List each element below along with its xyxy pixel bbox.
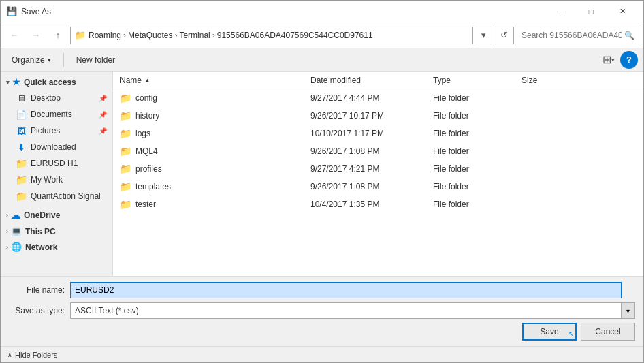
sidebar-section-thispc[interactable]: › 💻 This PC [1, 223, 112, 239]
hide-folders-chevron-icon: ∧ [7, 351, 12, 358]
forward-button: → [27, 26, 46, 45]
pin-icon: 📌 [99, 111, 107, 119]
help-button[interactable]: ? [620, 51, 638, 69]
cursor-indicator: ↖ [568, 330, 574, 338]
sidebar-item-eurusd[interactable]: 📁 EURUSD H1 [1, 155, 112, 172]
thispc-chevron-icon: › [6, 228, 8, 235]
filename-row: File name: ▾ [9, 282, 635, 298]
table-row[interactable]: 📁 logs 10/10/2017 1:17 PM File folder [113, 125, 643, 142]
filename-input[interactable] [70, 282, 622, 298]
file-name-logs: 📁 logs [120, 128, 310, 139]
documents-icon: 📄 [16, 109, 27, 120]
back-button: ← [5, 26, 24, 45]
breadcrumb-roaming[interactable]: 📁 Roaming [75, 30, 121, 40]
sidebar-item-quantaction[interactable]: 📁 QuantAction Signal [1, 188, 112, 204]
sidebar-item-downloaded[interactable]: ⬇ Downloaded [1, 139, 112, 155]
breadcrumb-terminal[interactable]: Terminal [179, 31, 210, 40]
table-row[interactable]: 📁 tester 10/4/2017 1:35 PM File folder [113, 195, 643, 213]
toolbar-separator [63, 53, 64, 67]
column-name[interactable]: Name ▲ [120, 76, 310, 85]
filetype-dropdown-arrow[interactable]: ▾ [622, 302, 635, 319]
filetype-label: Save as type: [9, 306, 70, 315]
sidebar-section-quick-access[interactable]: ▾ ★ Quick access [1, 74, 112, 90]
sidebar-item-mywork[interactable]: 📁 My Work [1, 172, 112, 188]
filetype-select[interactable]: ASCII Text (*.csv) [75, 303, 617, 318]
view-chevron-icon: ▾ [611, 57, 615, 63]
folder-icon-history: 📁 [120, 110, 131, 121]
table-row[interactable]: 📁 templates 9/26/2017 1:08 PM File folde… [113, 178, 643, 195]
eurusd-folder-icon: 📁 [16, 158, 27, 169]
address-bar: ← → ↑ 📁 Roaming › MetaQuotes › Terminal … [1, 22, 643, 48]
column-size[interactable]: Size [521, 76, 576, 85]
toolbar: Organize ▾ New folder ⊞ ▾ ? [1, 48, 643, 72]
table-row[interactable]: 📁 profiles 9/27/2017 4:21 PM File folder [113, 160, 643, 178]
folder-icon-logs: 📁 [120, 128, 131, 139]
desktop-icon: 🖥 [16, 93, 27, 104]
refresh-button[interactable]: ↺ [495, 27, 514, 44]
organize-chevron-icon: ▾ [48, 57, 51, 63]
maximize-button[interactable]: □ [575, 1, 607, 22]
pictures-icon: 🖼 [16, 125, 27, 136]
close-button[interactable]: ✕ [607, 1, 638, 22]
file-name-templates: 📁 templates [120, 181, 310, 192]
sort-arrow-icon: ▲ [144, 77, 150, 84]
column-date-modified[interactable]: Date modified [310, 76, 433, 85]
sidebar-section-network[interactable]: › 🌐 Network [1, 239, 112, 255]
file-name-history: 📁 history [120, 110, 310, 121]
sidebar: ▾ ★ Quick access 🖥 Desktop 📌 📄 Documents… [1, 72, 113, 276]
onedrive-chevron-icon: › [6, 212, 8, 219]
table-row[interactable]: 📁 config 9/27/2017 4:44 PM File folder [113, 89, 643, 107]
view-icon: ⊞ [602, 53, 611, 66]
folder-icon-mql4: 📁 [120, 146, 131, 157]
quick-access-star-icon: ★ [12, 77, 20, 87]
bottom-panel: File name: ▾ Save as type: ASCII Text (*… [1, 276, 643, 346]
search-icon: 🔍 [624, 31, 634, 40]
save-as-dialog: 💾 Save As ─ □ ✕ ← → ↑ 📁 Roaming › MetaQu… [0, 0, 644, 363]
title-bar: 💾 Save As ─ □ ✕ [1, 1, 643, 22]
main-content: ▾ ★ Quick access 🖥 Desktop 📌 📄 Documents… [1, 72, 643, 276]
address-path[interactable]: 📁 Roaming › MetaQuotes › Terminal › 9155… [70, 27, 473, 44]
file-name-config: 📁 config [120, 93, 310, 104]
folder-icon-profiles: 📁 [120, 163, 131, 174]
file-list: Name ▲ Date modified Type Size 📁 config [113, 72, 643, 276]
column-type[interactable]: Type [433, 76, 521, 85]
folder-icon-tester: 📁 [120, 199, 131, 210]
network-chevron-icon: › [6, 244, 8, 251]
table-row[interactable]: 📁 MQL4 9/26/2017 1:08 PM File folder [113, 142, 643, 160]
address-dropdown-button[interactable]: ▾ [476, 27, 492, 44]
up-button[interactable]: ↑ [48, 26, 67, 45]
file-name-mql4: 📁 MQL4 [120, 146, 310, 157]
save-button[interactable]: Save ↖ [522, 323, 577, 341]
quantaction-folder-icon: 📁 [16, 191, 27, 202]
search-input[interactable] [521, 31, 622, 40]
status-bar: ∧ Hide Folders [1, 346, 643, 362]
pin-icon: 📌 [99, 127, 107, 135]
view-button[interactable]: ⊞ ▾ [600, 51, 617, 69]
breadcrumb-metaquotes[interactable]: MetaQuotes [128, 31, 172, 40]
folder-icon-config: 📁 [120, 93, 131, 104]
network-icon: 🌐 [11, 242, 22, 252]
hide-folders-toggle[interactable]: ∧ Hide Folders [7, 351, 57, 359]
bottom-buttons: Save ↖ Cancel [9, 323, 635, 341]
new-folder-button[interactable]: New folder [71, 51, 120, 69]
sidebar-item-desktop[interactable]: 🖥 Desktop 📌 [1, 90, 112, 106]
filename-label: File name: [9, 285, 70, 295]
search-box: 🔍 [517, 27, 639, 44]
filetype-select-wrapper: ASCII Text (*.csv) [70, 302, 622, 319]
sidebar-item-pictures[interactable]: 🖼 Pictures 📌 [1, 123, 112, 139]
organize-button[interactable]: Organize ▾ [6, 51, 57, 69]
sidebar-item-documents[interactable]: 📄 Documents 📌 [1, 106, 112, 123]
window-controls: ─ □ ✕ [544, 1, 638, 22]
sidebar-section-onedrive[interactable]: › ☁ OneDrive [1, 207, 112, 223]
window-title: Save As [21, 7, 544, 16]
toolbar-right: ⊞ ▾ ? [600, 51, 638, 69]
filetype-row: Save as type: ASCII Text (*.csv) ▾ [9, 302, 635, 319]
folder-icon-templates: 📁 [120, 181, 131, 192]
minimize-button[interactable]: ─ [544, 1, 575, 22]
mywork-folder-icon: 📁 [16, 174, 27, 185]
table-row[interactable]: 📁 history 9/26/2017 10:17 PM File folder [113, 107, 643, 125]
thispc-icon: 💻 [11, 226, 22, 236]
breadcrumb-hash[interactable]: 915566BA06ADA407569C544CC0D97611 [217, 31, 373, 40]
cancel-button[interactable]: Cancel [581, 323, 635, 341]
quick-access-chevron-icon: ▾ [6, 79, 10, 86]
